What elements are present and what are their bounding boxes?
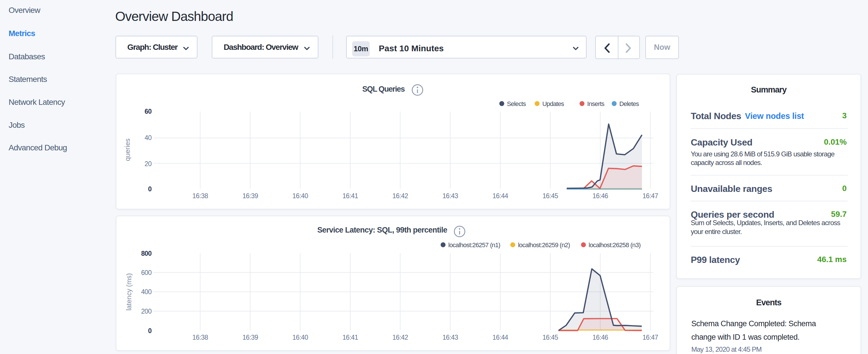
svg-text:localhost:26257 (n1): localhost:26257 (n1) [448, 242, 500, 249]
svg-text:16:42: 16:42 [392, 334, 408, 342]
svg-text:Inserts: Inserts [587, 100, 604, 107]
svg-text:16:38: 16:38 [192, 334, 208, 342]
svg-text:16:47: 16:47 [643, 192, 658, 200]
svg-text:Deletes: Deletes [619, 100, 639, 107]
svg-text:16:40: 16:40 [292, 192, 308, 200]
svg-text:16:38: 16:38 [192, 192, 208, 200]
svg-text:localhost:26258 (n3): localhost:26258 (n3) [589, 242, 641, 249]
svg-text:400: 400 [141, 288, 152, 296]
svg-text:16:43: 16:43 [442, 334, 458, 342]
svg-text:16:44: 16:44 [493, 192, 508, 200]
svg-text:16:47: 16:47 [643, 334, 658, 342]
svg-text:queries: queries [124, 139, 131, 161]
svg-text:16:46: 16:46 [593, 334, 608, 342]
svg-text:800: 800 [141, 250, 152, 257]
svg-text:Service Latency: SQL, 99th per: Service Latency: SQL, 99th percentile [317, 226, 447, 234]
svg-text:200: 200 [141, 308, 152, 315]
svg-text:16:41: 16:41 [342, 334, 358, 342]
svg-text:16:45: 16:45 [542, 192, 558, 200]
svg-text:Selects: Selects [507, 100, 526, 107]
svg-text:SQL Queries: SQL Queries [362, 85, 405, 93]
svg-text:16:43: 16:43 [442, 192, 458, 200]
svg-text:16:41: 16:41 [342, 192, 358, 200]
svg-text:0: 0 [148, 327, 152, 334]
svg-text:16:39: 16:39 [242, 334, 258, 342]
svg-text:0: 0 [148, 185, 152, 193]
svg-text:16:39: 16:39 [242, 192, 258, 200]
svg-text:latency (ms): latency (ms) [125, 273, 133, 311]
svg-text:60: 60 [145, 108, 152, 116]
svg-text:600: 600 [141, 269, 152, 277]
svg-text:16:40: 16:40 [292, 334, 308, 342]
svg-text:20: 20 [145, 160, 152, 167]
svg-text:16:42: 16:42 [392, 192, 408, 200]
svg-text:Updates: Updates [542, 100, 564, 107]
svg-text:16:45: 16:45 [542, 334, 558, 342]
svg-text:40: 40 [145, 134, 152, 142]
svg-text:16:44: 16:44 [493, 334, 508, 342]
svg-text:localhost:26259 (n2): localhost:26259 (n2) [518, 242, 570, 249]
svg-text:16:46: 16:46 [593, 192, 608, 200]
